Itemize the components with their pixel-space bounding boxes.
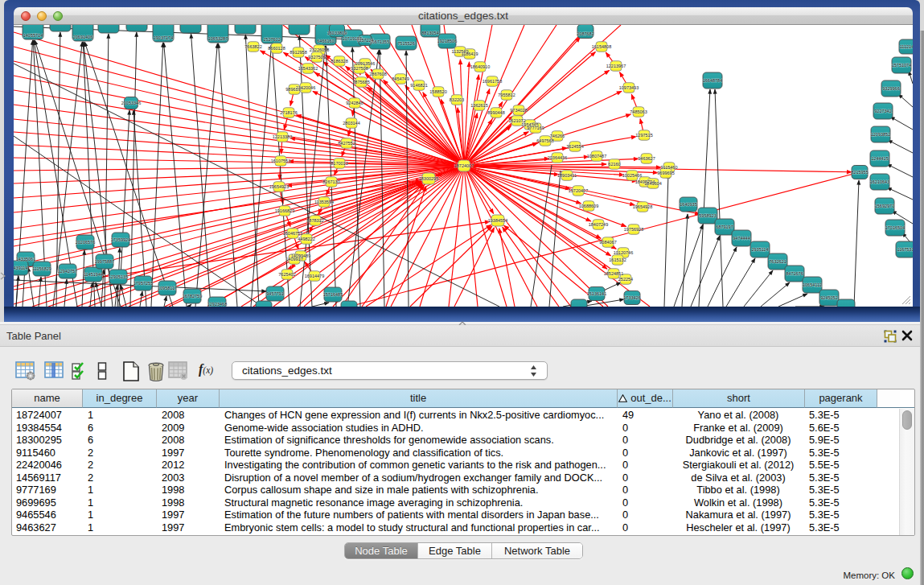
table-row[interactable]: 1456911722003Disruption of a novel membe… [12,472,900,484]
graph-node-label: 18407249 [589,222,608,227]
graph-node-label: 20053346 [121,101,141,105]
table-toolbar: f(x) citations_edges.txt [0,347,920,384]
float-window-icon[interactable] [883,329,897,344]
table-row[interactable]: 946554611997Estimation of the future num… [12,509,900,521]
graph-node[interactable] [126,25,147,31]
graph-node-label: 19037174 [154,35,173,40]
graph-node[interactable] [571,299,587,307]
table-row[interactable]: 969969511998Structural magnetic resonanc… [12,496,900,509]
graph-node-label: 7663822 [244,44,261,49]
column-header-name[interactable]: name [12,389,83,408]
graph-node[interactable] [837,299,855,307]
table-settings-icon[interactable] [15,360,36,381]
function-builder-icon[interactable]: f(x) [199,362,223,377]
table-row[interactable]: 911546021997Tourette syndrome. Phenomeno… [12,447,900,459]
column-header-year[interactable]: year [157,389,220,408]
resize-grip-icon[interactable] [901,295,911,305]
table-cell: 2 [88,459,155,472]
graph-node-label: 9457791 [266,291,283,296]
graph-node-label: 7955812 [498,93,515,97]
table-cell: 0 [622,521,671,534]
graph-node-label: 9699695 [657,171,674,175]
graph-node[interactable] [341,301,357,307]
column-header-short[interactable]: short [673,389,805,408]
table-panel-header: Table Panel [0,325,920,347]
table-cell: 1997 [162,521,218,534]
table-row[interactable]: 1938455462009Genome-wide association stu… [12,422,900,435]
graph-node-label: 1588520 [429,89,446,94]
graph-node-label: 7632621 [769,259,786,264]
graph-node-label: 17957255 [133,281,153,286]
graph-node-label: 16210643 [870,179,889,184]
new-document-icon[interactable] [121,360,141,382]
graph-node[interactable] [180,25,201,33]
delete-trash-icon[interactable] [146,360,166,382]
graph-node-label: 9084067 [599,240,616,245]
table-cell: 5.3E-5 [809,496,876,509]
graph-node-label: 3624554 [566,144,583,149]
graph-node-label: 11451944 [84,272,103,277]
graph-node-label: 7357224 [356,38,373,43]
tab-network-table[interactable]: Network Table [492,543,582,558]
column-header-pagerank[interactable]: pagerank [805,389,877,408]
graph-node-label: 15692971 [875,204,894,208]
table-select-value: citations_edges.txt [242,365,332,377]
hidden-panel-handle-icon[interactable] [0,272,6,280]
column-header-title[interactable]: title [220,389,618,408]
table-row[interactable]: 977716911998Corpus callosum shape and si… [12,484,900,496]
graph-node-label: 9227342 [874,109,891,113]
graph-node-label: 1615132 [609,257,626,262]
table-cell: 5.6E-5 [809,422,876,435]
table-row[interactable]: 1872400712008Changes of HCN gene express… [12,409,900,422]
table-cell: 1997 [162,447,218,459]
graph-node-label: 17359924 [111,237,130,242]
scrollbar-thumb[interactable] [902,410,912,430]
table-row[interactable]: 2242004622012Investigating the contribut… [12,459,900,472]
close-icon[interactable] [901,329,914,342]
vertical-scrollbar[interactable] [899,409,914,536]
graph-node-label: 10958117 [158,286,177,290]
table-panel-title: Table Panel [6,330,61,342]
graph-node-label: 1362615 [470,103,487,108]
graph-node-label: 8990448 [487,110,504,115]
application-window: citations_edges.txt 14055714206914061903… [0,0,924,585]
graph-node[interactable] [289,25,310,35]
show-columns-icon[interactable] [44,360,65,381]
graph-node-label: 11156829 [32,266,51,271]
table-panel: Table Panel [0,322,920,585]
graph-node[interactable] [50,25,71,31]
graph-node-label: 62160 [608,162,620,167]
graph-node-label: 1167531 [897,247,913,252]
table-cell: 6 [88,434,155,447]
graph-node-label: 18903411 [557,173,577,178]
select-columns-icon[interactable] [71,360,88,381]
table-row[interactable]: 1830029562008Estimation of significance … [12,434,900,447]
graph-node[interactable] [235,25,256,34]
graph-node-label: 5958923 [699,213,716,218]
graph-node-label: 16033809 [327,31,347,35]
column-header-in-degree[interactable]: in_degree [83,389,157,408]
tab-node-table[interactable]: Node Table [345,543,418,558]
column-header-out-de-[interactable]: out_de... [618,389,673,408]
table-cell: 5.3E-5 [809,521,876,534]
table-cell: 9115460 [16,447,81,459]
graph-node[interactable] [98,25,119,33]
graph-node-label: 8878312 [306,218,323,223]
graph-node-label: 4498222 [298,237,314,241]
graph-node-label: 9463627 [638,156,655,161]
table-cell: Wolkin et al. (1998) [673,496,803,509]
row-height-icon[interactable] [97,360,107,381]
graph-node-label: 252254 [618,277,633,282]
table-cell: Tourette syndrome. Phenomenology and cla… [224,447,616,459]
graph-node-label: 16914479 [305,274,324,278]
network-window-titlebar[interactable]: citations_edges.txt [14,7,913,25]
table-row[interactable]: 946362711997Embryonic stem cells: a mode… [12,521,900,534]
tab-edge-table[interactable]: Edge Table [418,543,492,558]
table-header-row: namein_degreeyeartitleout_de...shortpage… [12,389,914,408]
network-canvas[interactable]: 1405571420691406190371741065328715276026… [14,25,913,307]
graph-node-label: 8186328 [331,59,347,64]
graph-node[interactable] [256,301,272,307]
graph-node-label: 19166829 [275,208,294,213]
table-select-dropdown[interactable]: citations_edges.txt [232,361,548,380]
table-tabs: Node TableEdge TableNetwork Table [344,542,583,559]
